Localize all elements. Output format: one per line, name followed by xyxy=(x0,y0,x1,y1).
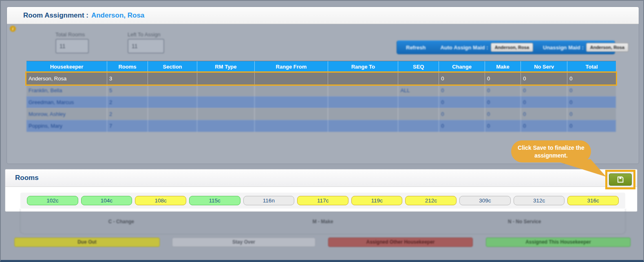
floppy-disk-icon xyxy=(617,176,624,183)
rooms-title: Rooms xyxy=(15,174,39,182)
auto-assign-maid-label: Auto Assign Maid : xyxy=(440,44,488,51)
table-cell xyxy=(255,108,329,120)
total-rooms-label: Total Rooms xyxy=(55,31,89,38)
table-cell: 0 xyxy=(485,73,521,84)
table-cell: Franklin, Bella xyxy=(26,84,107,96)
table-cell: 5 xyxy=(107,84,148,96)
total-rooms-input[interactable]: 11 xyxy=(55,39,89,53)
table-cell xyxy=(398,120,439,132)
room-chip-312c[interactable]: 312c xyxy=(514,196,565,205)
table-cell xyxy=(398,108,439,120)
room-chip-212c[interactable]: 212c xyxy=(405,196,457,205)
table-cell: 0 xyxy=(567,120,616,132)
column-header-change: Change xyxy=(439,61,485,73)
column-header-make: Make xyxy=(485,61,521,73)
table-row-monrow-ashley[interactable]: Monrow, Ashley20000 xyxy=(26,108,616,120)
save-button[interactable] xyxy=(609,173,632,186)
page-title: Room Assignment : xyxy=(23,11,88,20)
table-cell: 0 xyxy=(567,73,616,84)
table-cell: 0 xyxy=(567,96,616,108)
table-cell: 0 xyxy=(521,120,567,132)
table-cell: Monrow, Ashley xyxy=(26,108,107,120)
table-cell: 0 xyxy=(485,96,521,108)
left-to-assign-field: Left To Assign 11 xyxy=(128,31,164,53)
column-header-rm-type: RM Type xyxy=(197,61,254,73)
rooms-panel: Rooms 102c104c108c115c116n117c119c212c30… xyxy=(5,169,637,212)
room-chip-102c[interactable]: 102c xyxy=(27,196,78,205)
table-cell xyxy=(328,73,398,84)
table-cell: Poppins, Mary xyxy=(26,120,107,132)
table-row-anderson-rosa[interactable]: Anderson, Rosa30000 xyxy=(26,73,616,84)
save-tooltip: Click Save to finalize the assignment. xyxy=(511,140,591,162)
column-header-range-from: Range From xyxy=(255,61,329,73)
info-icon[interactable]: i xyxy=(10,26,16,32)
status-legend-due-out: Due Out xyxy=(14,238,160,247)
refresh-button[interactable]: Refresh xyxy=(401,44,430,51)
table-cell: ALL xyxy=(398,84,439,96)
table-cell: 2 xyxy=(107,108,148,120)
table-header-row: HousekeeperRoomsSectionRM TypeRange From… xyxy=(26,61,616,73)
table-cell xyxy=(148,108,197,120)
status-legend-stay-over: Stay Over xyxy=(172,238,315,247)
unassign-maid-button[interactable]: Anderson, Rosa xyxy=(586,43,629,52)
table-cell xyxy=(255,73,329,84)
unassign-maid-label: Unassign Maid : xyxy=(543,44,584,51)
table-row-poppins-mary[interactable]: Poppins, Mary70000 xyxy=(26,120,616,132)
table-cell xyxy=(328,120,398,132)
table-row-greedman-marcus[interactable]: Greedman, Marcus20000 xyxy=(26,96,616,108)
room-chip-104c[interactable]: 104c xyxy=(81,196,132,205)
table-cell xyxy=(197,96,254,108)
table-cell xyxy=(148,96,197,108)
table-cell xyxy=(398,96,439,108)
table-cell: 0 xyxy=(485,108,521,120)
housekeeper-table: HousekeeperRoomsSectionRM TypeRange From… xyxy=(26,61,616,132)
room-chip-116n[interactable]: 116n xyxy=(243,196,295,205)
table-cell xyxy=(148,84,197,96)
table-cell: 0 xyxy=(567,108,616,120)
total-rooms-field: Total Rooms 11 xyxy=(55,31,89,53)
column-header-no-serv: No Serv xyxy=(521,61,567,73)
table-cell: Greedman, Marcus xyxy=(26,96,107,108)
room-chip-108c[interactable]: 108c xyxy=(135,196,186,205)
table-cell: 0 xyxy=(439,84,485,96)
table-cell xyxy=(197,120,254,132)
table-cell: 0 xyxy=(439,73,485,84)
table-cell: 0 xyxy=(439,96,485,108)
column-header-total: Total xyxy=(567,61,616,73)
room-chip-316c[interactable]: 316c xyxy=(567,196,619,205)
code-legend-item: M - Make xyxy=(222,219,424,224)
column-header-section: Section xyxy=(148,61,197,73)
table-cell xyxy=(255,120,329,132)
code-legend-item: N - No Service xyxy=(423,219,625,224)
save-highlight-frame xyxy=(605,170,635,189)
room-chip-309c[interactable]: 309c xyxy=(459,196,511,205)
table-cell xyxy=(197,84,254,96)
room-chip-119c[interactable]: 119c xyxy=(351,196,403,205)
table-cell xyxy=(328,96,398,108)
table-cell: 0 xyxy=(567,84,616,96)
table-row-franklin-bella[interactable]: Franklin, Bella5ALL0000 xyxy=(26,84,616,96)
save-tooltip-line1: Click Save to finalize the xyxy=(511,144,591,152)
column-header-range-to: Range To xyxy=(328,61,398,73)
table-cell: 0 xyxy=(521,84,567,96)
table-cell xyxy=(255,84,329,96)
room-chips-strip: 102c104c108c115c116n117c119c212c309c312c… xyxy=(20,193,625,209)
left-to-assign-input[interactable]: 11 xyxy=(128,39,164,53)
table-cell xyxy=(398,73,439,84)
auto-assign-maid-button[interactable]: Anderson, Rosa xyxy=(491,43,533,52)
toolbar: Refresh Auto Assign Maid : Anderson, Ros… xyxy=(397,40,615,54)
table-cell xyxy=(328,84,398,96)
table-cell xyxy=(197,108,254,120)
room-chip-117c[interactable]: 117c xyxy=(297,196,348,205)
code-legend-item: C - Change xyxy=(20,219,222,224)
table-cell: 0 xyxy=(485,120,521,132)
page-title-maid-name: Anderson, Rosa xyxy=(91,11,144,20)
table-cell: Anderson, Rosa xyxy=(26,73,107,84)
table-body: Anderson, Rosa30000Franklin, Bella5ALL00… xyxy=(26,73,616,132)
status-legend-assigned-this: Assigned This Housekeeper xyxy=(486,238,631,247)
column-header-rooms: Rooms xyxy=(107,61,148,73)
column-header-housekeeper: Housekeeper xyxy=(26,61,107,73)
table-cell xyxy=(148,120,197,132)
table-cell xyxy=(148,73,197,84)
room-chip-115c[interactable]: 115c xyxy=(189,196,240,205)
